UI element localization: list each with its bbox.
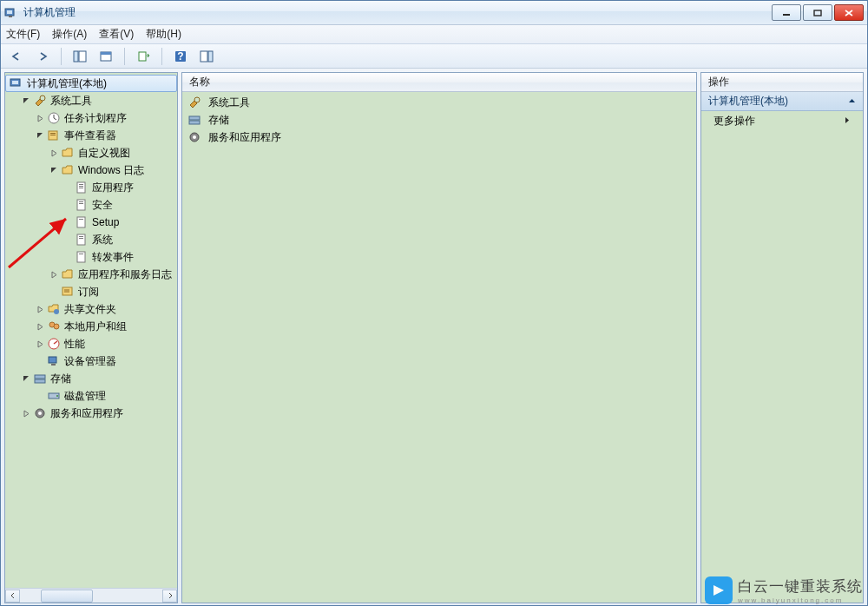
tree-subscriptions[interactable]: 订阅 [5, 283, 177, 300]
svg-rect-29 [79, 219, 83, 220]
tree-panel: 计算机管理(本地) 系统工具 任务计划程序 [4, 72, 178, 603]
tree-windows-logs[interactable]: Windows 日志 [5, 161, 177, 179]
horizontal-scrollbar[interactable] [5, 588, 177, 603]
folder-icon [61, 267, 75, 281]
details-list[interactable]: 系统工具 存储 服务和应用程序 [182, 92, 696, 603]
scroll-thumb[interactable] [41, 590, 93, 603]
tree-root[interactable]: 计算机管理(本地) [5, 75, 177, 92]
svg-rect-5 [74, 51, 78, 62]
log-icon [75, 181, 89, 194]
svg-rect-4 [814, 10, 821, 16]
computer-icon [10, 76, 23, 90]
svg-rect-15 [12, 81, 18, 84]
svg-rect-50 [189, 121, 200, 124]
tree-storage[interactable]: 存储 [5, 370, 177, 387]
shared-folder-icon [47, 302, 61, 316]
expand-icon[interactable] [35, 113, 45, 123]
folder-icon [61, 163, 75, 177]
expand-icon[interactable] [35, 339, 45, 349]
tree-system-tools[interactable]: 系统工具 [5, 92, 177, 109]
collapse-icon[interactable] [21, 373, 31, 384]
services-icon [187, 130, 201, 144]
services-icon [33, 406, 47, 420]
device-manager-icon [47, 354, 61, 368]
back-button[interactable] [6, 47, 27, 66]
disk-icon [47, 389, 61, 403]
console-tree[interactable]: 计算机管理(本地) 系统工具 任务计划程序 [5, 73, 177, 588]
svg-rect-13 [208, 51, 213, 62]
svg-point-45 [56, 395, 58, 397]
column-header-name[interactable]: 名称 [182, 73, 696, 92]
actions-panel: 操作 计算机管理(本地) 更多操作 [700, 72, 864, 603]
expand-icon[interactable] [35, 304, 45, 314]
tree-custom-views[interactable]: 自定义视图 [5, 144, 177, 161]
svg-point-38 [54, 324, 59, 329]
menu-file[interactable]: 文件(F) [6, 27, 40, 42]
svg-text:?: ? [177, 50, 183, 63]
expand-icon[interactable] [35, 321, 45, 332]
titlebar[interactable]: 计算机管理 [1, 1, 867, 25]
forward-button[interactable] [32, 47, 53, 66]
list-item[interactable]: 系统工具 [186, 94, 693, 111]
tree-log-system[interactable]: 系统 [5, 231, 177, 248]
app-icon [4, 6, 18, 20]
svg-rect-8 [101, 52, 111, 55]
log-icon [75, 215, 89, 229]
list-item[interactable]: 服务和应用程序 [186, 128, 693, 146]
log-icon [75, 198, 89, 212]
collapse-icon[interactable] [49, 165, 59, 175]
tree-log-forwarded[interactable]: 转发事件 [5, 248, 177, 266]
svg-rect-19 [50, 133, 56, 134]
tree-task-scheduler[interactable]: 任务计划程序 [5, 109, 177, 127]
show-action-pane-button[interactable] [196, 47, 217, 66]
svg-rect-2 [9, 16, 12, 17]
tools-icon [33, 94, 47, 108]
actions-section-header[interactable]: 计算机管理(本地) [701, 92, 863, 111]
svg-rect-24 [79, 188, 83, 188]
separator [61, 48, 62, 65]
svg-rect-6 [79, 51, 86, 62]
tree-performance[interactable]: 性能 [5, 335, 177, 352]
tree-device-manager[interactable]: 设备管理器 [5, 352, 177, 370]
expand-icon[interactable] [21, 408, 31, 418]
close-button[interactable] [834, 4, 864, 21]
export-button[interactable] [133, 47, 154, 66]
collapse-icon[interactable] [35, 130, 45, 141]
menu-action[interactable]: 操作(A) [52, 27, 87, 42]
svg-rect-28 [77, 217, 85, 227]
scroll-right-button[interactable] [162, 590, 177, 603]
scroll-left-button[interactable] [5, 590, 20, 603]
tree-services-apps[interactable]: 服务和应用程序 [5, 405, 177, 422]
show-hide-tree-button[interactable] [69, 47, 90, 66]
tree-shared-folders[interactable]: 共享文件夹 [5, 300, 177, 318]
chevron-right-icon [845, 115, 851, 127]
log-icon [75, 233, 89, 247]
tree-log-setup[interactable]: Setup [5, 214, 177, 231]
toolbar: ? [1, 44, 867, 69]
expand-icon[interactable] [49, 269, 59, 280]
tree-disk-management[interactable]: 磁盘管理 [5, 387, 177, 405]
collapse-icon[interactable] [21, 96, 31, 106]
log-icon [75, 250, 89, 264]
menu-help[interactable]: 帮助(H) [146, 27, 181, 42]
properties-button[interactable] [95, 47, 116, 66]
action-more[interactable]: 更多操作 [701, 111, 863, 130]
minimize-button[interactable] [772, 4, 801, 21]
svg-rect-3 [783, 14, 790, 16]
svg-point-47 [38, 412, 42, 415]
expand-icon[interactable] [49, 148, 59, 158]
svg-rect-1 [7, 10, 12, 14]
tree-log-application[interactable]: 应用程序 [5, 179, 177, 196]
tree-event-viewer[interactable]: 事件查看器 [5, 127, 177, 144]
menu-view[interactable]: 查看(V) [99, 27, 134, 42]
tree-local-users[interactable]: 本地用户和组 [5, 318, 177, 335]
svg-rect-20 [50, 135, 56, 135]
list-item[interactable]: 存储 [186, 111, 693, 128]
help-button[interactable]: ? [170, 47, 191, 66]
separator [124, 48, 125, 65]
tree-app-service-logs[interactable]: 应用程序和服务日志 [5, 266, 177, 283]
svg-rect-33 [77, 252, 85, 262]
tree-log-security[interactable]: 安全 [5, 196, 177, 214]
maximize-button[interactable] [803, 4, 832, 21]
svg-rect-26 [79, 201, 83, 202]
